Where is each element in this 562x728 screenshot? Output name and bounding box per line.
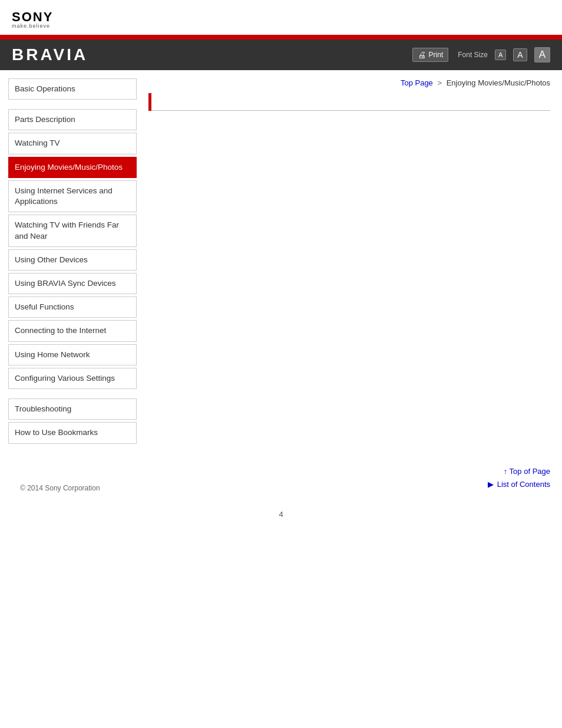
- top-of-page-link[interactable]: ↑ Top of Page: [504, 467, 550, 476]
- header-controls: 🖨 Print Font Size A A A: [412, 47, 550, 62]
- top-of-page-label: Top of Page: [510, 467, 550, 476]
- top-arrow-icon: ↑: [504, 467, 508, 476]
- font-size-small-button[interactable]: A: [495, 50, 506, 60]
- sidebar-item-how-to-use[interactable]: How to Use Bookmarks: [8, 422, 137, 443]
- print-icon: 🖨: [418, 50, 426, 60]
- sidebar-item-using-other[interactable]: Using Other Devices: [8, 249, 137, 271]
- content-divider-line: [151, 93, 550, 111]
- font-size-large-button[interactable]: A: [534, 47, 550, 62]
- sidebar-spacer-2: [8, 391, 137, 398]
- sidebar-item-using-home[interactable]: Using Home Network: [8, 344, 137, 365]
- header-bar: BRAVIA 🖨 Print Font Size A A A: [0, 39, 562, 70]
- sidebar-item-watching-tv[interactable]: Watching TV: [8, 133, 137, 154]
- breadcrumb: Top Page > Enjoying Movies/Music/Photos: [148, 78, 550, 87]
- list-of-contents-link-container: ▶ List of Contents: [488, 479, 550, 489]
- sidebar-item-configuring[interactable]: Configuring Various Settings: [8, 368, 137, 389]
- list-arrow-icon: ▶: [488, 480, 494, 489]
- footer-area: © 2014 Sony Corporation ↑ Top of Page ▶ …: [0, 454, 562, 525]
- sony-tagline-text: make.believe: [12, 24, 550, 29]
- page-number: 4: [12, 492, 550, 519]
- breadcrumb-current-page: Enjoying Movies/Music/Photos: [447, 78, 550, 87]
- logo-bar: SONY make.believe: [0, 0, 562, 35]
- content-divider: [148, 93, 550, 111]
- main-layout: Basic Operations Parts Description Watch…: [0, 70, 562, 454]
- sidebar-item-parts-description[interactable]: Parts Description: [8, 109, 137, 130]
- copyright-text: © 2014 Sony Corporation: [12, 484, 100, 492]
- sidebar-item-watching-friends[interactable]: Watching TV with Friends Far and Near: [8, 215, 137, 246]
- font-size-medium-button[interactable]: A: [513, 48, 527, 61]
- sidebar-item-useful-functions[interactable]: Useful Functions: [8, 297, 137, 318]
- sony-brand-text: SONY: [12, 11, 550, 24]
- print-label: Print: [429, 51, 444, 59]
- sony-logo: SONY make.believe: [12, 11, 550, 29]
- list-of-contents-label: List of Contents: [497, 480, 550, 489]
- sidebar-item-connecting-internet[interactable]: Connecting to the Internet: [8, 320, 137, 341]
- red-accent-bar: [0, 35, 562, 39]
- sidebar-item-enjoying-movies[interactable]: Enjoying Movies/Music/Photos: [8, 157, 137, 178]
- font-size-label: Font Size: [458, 51, 488, 59]
- breadcrumb-separator: >: [437, 78, 442, 87]
- list-of-contents-link[interactable]: ▶ List of Contents: [488, 480, 550, 489]
- sidebar-item-troubleshooting[interactable]: Troubleshooting: [8, 398, 137, 420]
- top-of-page-link-container: ↑ Top of Page: [488, 466, 550, 476]
- print-button[interactable]: 🖨 Print: [412, 48, 449, 62]
- sidebar-spacer-1: [8, 102, 137, 109]
- content-area: Top Page > Enjoying Movies/Music/Photos: [143, 70, 562, 454]
- bravia-title: BRAVIA: [12, 45, 88, 64]
- footer-links: ↑ Top of Page ▶ List of Contents: [488, 466, 550, 492]
- breadcrumb-top-link[interactable]: Top Page: [401, 78, 433, 87]
- sidebar-item-using-bravia[interactable]: Using BRAVIA Sync Devices: [8, 273, 137, 294]
- sidebar-item-using-internet[interactable]: Using Internet Services and Applications: [8, 180, 137, 212]
- sidebar-item-basic-operations[interactable]: Basic Operations: [8, 78, 137, 100]
- sidebar: Basic Operations Parts Description Watch…: [0, 70, 143, 454]
